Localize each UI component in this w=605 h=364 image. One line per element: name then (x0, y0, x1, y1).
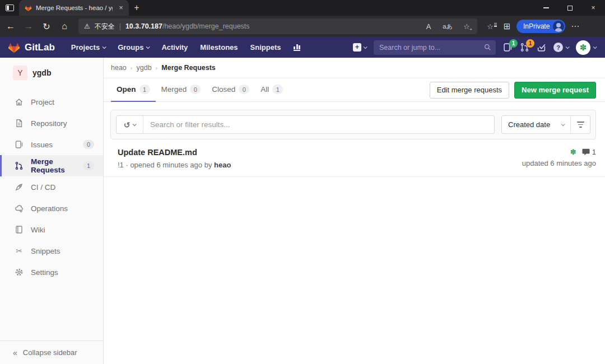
close-window-button[interactable]: × (581, 0, 605, 16)
back-button[interactable]: ← (2, 18, 19, 35)
tab-open[interactable]: Open1 (111, 78, 156, 102)
gitlab-favicon (25, 4, 32, 12)
breadcrumb: heao›ygdb›Merge Requests (104, 58, 605, 78)
new-tab-button[interactable]: + (129, 0, 145, 16)
sidebar-item-issues[interactable]: Issues0 (0, 134, 103, 155)
nav-item-activity[interactable]: Activity (155, 37, 194, 58)
refresh-button[interactable]: ↻ (38, 18, 55, 35)
collapse-label: Collapse sidebar (23, 348, 77, 357)
tab-actions-button[interactable] (0, 0, 19, 16)
tanuki-icon (8, 41, 20, 54)
nav-item-projects[interactable]: Projects (65, 37, 111, 58)
mr-meta-text: !1 · opened 6 minutes ago by (118, 161, 212, 169)
forward-button: → (20, 18, 37, 35)
browser-toolbar: ← → ↻ ⌂ ⚠ 不安全 | 10.3.70.187/heao/ygdb/me… (0, 16, 605, 37)
issues-icon (15, 140, 24, 149)
sort-dropdown[interactable]: Created date (502, 116, 570, 133)
merge-request-row[interactable]: Update README.md !1 · opened 6 minutes a… (104, 141, 605, 177)
window-controls: × (534, 0, 605, 16)
new-merge-request-button[interactable]: New merge request (514, 82, 596, 99)
sort-group: Created date (501, 115, 590, 134)
recent-searches-button[interactable]: ↺ (117, 116, 143, 133)
breadcrumb-item[interactable]: heao (111, 64, 127, 72)
user-avatar: ✽ (576, 40, 590, 55)
nav-item-milestones[interactable]: Milestones (194, 37, 244, 58)
read-aloud-icon[interactable]: A (421, 19, 436, 34)
new-menu-button[interactable]: + (353, 43, 366, 52)
user-menu-button[interactable]: ✽ (576, 40, 596, 55)
collections-icon[interactable]: ⊞ (500, 19, 514, 34)
gear-icon (15, 268, 24, 277)
inprivate-badge[interactable]: InPrivate (516, 20, 565, 33)
global-search-input[interactable]: Search or jump to... (374, 40, 496, 55)
merge-icon (15, 161, 24, 170)
list-lines-icon (494, 23, 497, 27)
star-icon: ☆ (487, 22, 494, 31)
mr-counter-button[interactable]: 1 (520, 43, 529, 52)
history-icon: ↺ (124, 120, 131, 129)
tab-all[interactable]: All1 (255, 78, 288, 102)
chevron-down-icon (146, 45, 150, 49)
sidebar-item-label: Wiki (31, 226, 45, 234)
nav-item-snippets[interactable]: Snippets (244, 37, 287, 58)
mr-comments-link[interactable]: 1 (582, 148, 596, 156)
sidebar-item-label: Settings (31, 268, 58, 277)
issues-counter-button[interactable]: 1 (503, 43, 513, 52)
mr-indicators: ✽ 1 (570, 148, 596, 156)
warning-icon: ⚠ (84, 22, 90, 30)
gitlab-logo[interactable]: GitLab (8, 41, 55, 54)
help-icon: ? (553, 43, 563, 52)
address-bar[interactable]: ⚠ 不安全 | 10.3.70.187/heao/ygdb/merge_requ… (78, 18, 477, 34)
home-button[interactable]: ⌂ (56, 18, 73, 35)
sidebar-item-operations[interactable]: Operations (0, 198, 103, 219)
cloud-icon (15, 204, 24, 213)
sort-direction-button[interactable] (570, 116, 590, 133)
translate-icon[interactable]: aあ (440, 19, 455, 34)
admin-chart-icon[interactable] (294, 44, 300, 51)
tab-close-button[interactable]: × (117, 3, 125, 12)
filter-bar: ↺ Search or filter results... Created da… (110, 110, 596, 139)
comment-icon (582, 148, 590, 156)
mr-author-link[interactable]: heao (214, 161, 231, 169)
sidebar-item-snippets[interactable]: ✂Snippets (0, 240, 103, 262)
add-favorite-icon[interactable]: ☆+ (459, 19, 474, 34)
breadcrumb-item[interactable]: ygdb (136, 64, 151, 72)
project-header[interactable]: Y ygdb (0, 58, 103, 87)
filter-search-group: ↺ Search or filter results... (116, 115, 495, 134)
todo-check-icon (537, 43, 546, 52)
rocket-icon (15, 183, 24, 192)
mr-info: Update README.md !1 · opened 6 minutes a… (111, 148, 231, 169)
todos-button[interactable] (537, 43, 546, 52)
main-content: heao›ygdb›Merge Requests Open1Merged0Clo… (104, 58, 605, 364)
sidebar-item-merge-requests[interactable]: Merge Requests1 (0, 155, 103, 176)
browser-menu-icon[interactable]: ⋯ (567, 21, 583, 31)
chevron-down-icon (364, 45, 367, 49)
collapse-sidebar-button[interactable]: « Collapse sidebar (0, 340, 103, 364)
maximize-button[interactable] (558, 0, 581, 16)
filter-search-input[interactable]: Search or filter results... (143, 116, 494, 133)
sidebar-item-wiki[interactable]: Wiki (0, 219, 103, 240)
minimize-button[interactable] (534, 0, 558, 16)
browser-tab[interactable]: Merge Requests - heao / ygdb · GitLab × (19, 0, 129, 16)
edit-merge-requests-button[interactable]: Edit merge requests (430, 82, 509, 99)
sidebar-item-settings[interactable]: Settings (0, 262, 103, 283)
tab-label: Open (117, 85, 136, 94)
assignee-avatar-icon[interactable]: ✽ (570, 148, 576, 156)
tab-closed[interactable]: Closed0 (206, 78, 255, 102)
sidebar-item-ci-cd[interactable]: CI / CD (0, 176, 103, 198)
sidebar-item-label: Operations (31, 204, 68, 213)
help-menu-button[interactable]: ? (553, 43, 569, 52)
tab-count-badge: 0 (190, 85, 201, 94)
tab-merged[interactable]: Merged0 (156, 78, 207, 102)
tab-actions-icon (6, 4, 14, 11)
chevron-down-icon (566, 45, 570, 49)
breadcrumb-separator: › (131, 64, 133, 71)
security-label[interactable]: 不安全 (95, 22, 115, 31)
mr-title-link[interactable]: Update README.md (118, 148, 231, 157)
sidebar-item-project[interactable]: Project (0, 91, 103, 113)
nav-item-groups[interactable]: Groups (111, 37, 155, 58)
sidebar-item-repository[interactable]: Repository (0, 113, 103, 134)
favorites-bar-icon[interactable]: ☆ (483, 19, 497, 34)
nav-item-label: Groups (118, 43, 143, 52)
issues-count-badge: 1 (509, 39, 518, 48)
